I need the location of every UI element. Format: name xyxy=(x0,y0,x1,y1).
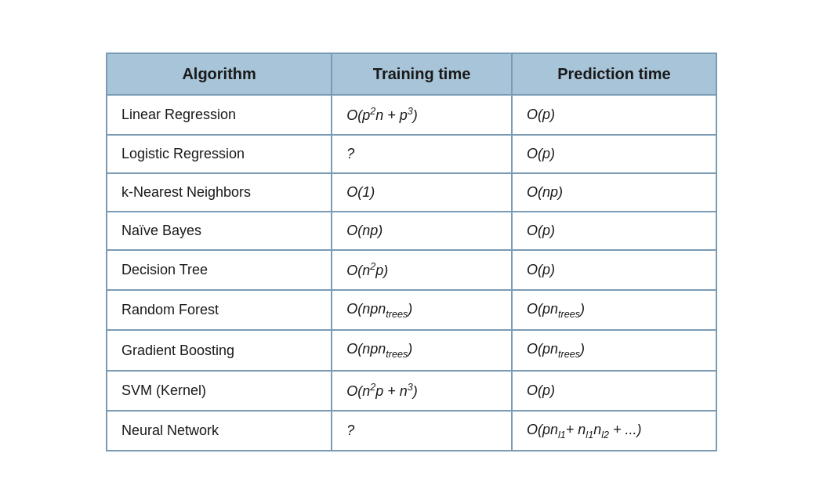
table-row: Gradient Boosting O(npntrees) O(pntrees) xyxy=(107,330,716,371)
prediction-complexity: O(pnl1+ nl1nl2 + ...) xyxy=(512,411,716,451)
header-algorithm: Algorithm xyxy=(107,53,332,95)
training-complexity: O(1) xyxy=(332,173,512,212)
algorithm-name: Logistic Regression xyxy=(107,135,332,173)
training-complexity: O(n2p + n3) xyxy=(332,371,512,411)
table-row: Naïve Bayes O(np) O(p) xyxy=(107,212,716,250)
algorithm-name: SVM (Kernel) xyxy=(107,371,332,411)
algorithm-name: Naïve Bayes xyxy=(107,212,332,250)
prediction-complexity: O(p) xyxy=(512,250,716,290)
training-complexity: O(n2p) xyxy=(332,250,512,290)
table-row: SVM (Kernel) O(n2p + n3) O(p) xyxy=(107,371,716,411)
training-complexity: O(np) xyxy=(332,212,512,250)
algorithm-name: Neural Network xyxy=(107,411,332,451)
prediction-complexity: O(p) xyxy=(512,95,716,135)
algorithm-name: Gradient Boosting xyxy=(107,330,332,371)
table-header-row: Algorithm Training time Prediction time xyxy=(107,53,716,95)
header-training-time: Training time xyxy=(332,53,512,95)
algorithm-complexity-table: Algorithm Training time Prediction time … xyxy=(106,53,717,452)
prediction-complexity: O(p) xyxy=(512,212,716,250)
table-row: Decision Tree O(n2p) O(p) xyxy=(107,250,716,290)
prediction-complexity: O(np) xyxy=(512,173,716,212)
prediction-complexity: O(p) xyxy=(512,371,716,411)
algorithm-name: Decision Tree xyxy=(107,250,332,290)
prediction-complexity: O(p) xyxy=(512,135,716,173)
algorithm-name: Random Forest xyxy=(107,290,332,331)
prediction-complexity: O(pntrees) xyxy=(512,290,716,331)
table-row: k-Nearest Neighbors O(1) O(np) xyxy=(107,173,716,212)
table-row: Neural Network ? O(pnl1+ nl1nl2 + ...) xyxy=(107,411,716,451)
training-complexity: ? xyxy=(332,411,512,451)
training-complexity: O(npntrees) xyxy=(332,290,512,331)
complexity-table-container: Algorithm Training time Prediction time … xyxy=(106,53,717,452)
algorithm-name: k-Nearest Neighbors xyxy=(107,173,332,212)
prediction-complexity: O(pntrees) xyxy=(512,330,716,371)
training-complexity: O(p2n + p3) xyxy=(332,95,512,135)
table-row: Linear Regression O(p2n + p3) O(p) xyxy=(107,95,716,135)
training-complexity: O(npntrees) xyxy=(332,330,512,371)
table-row: Random Forest O(npntrees) O(pntrees) xyxy=(107,290,716,331)
training-complexity: ? xyxy=(332,135,512,173)
header-prediction-time: Prediction time xyxy=(512,53,716,95)
algorithm-name: Linear Regression xyxy=(107,95,332,135)
table-row: Logistic Regression ? O(p) xyxy=(107,135,716,173)
